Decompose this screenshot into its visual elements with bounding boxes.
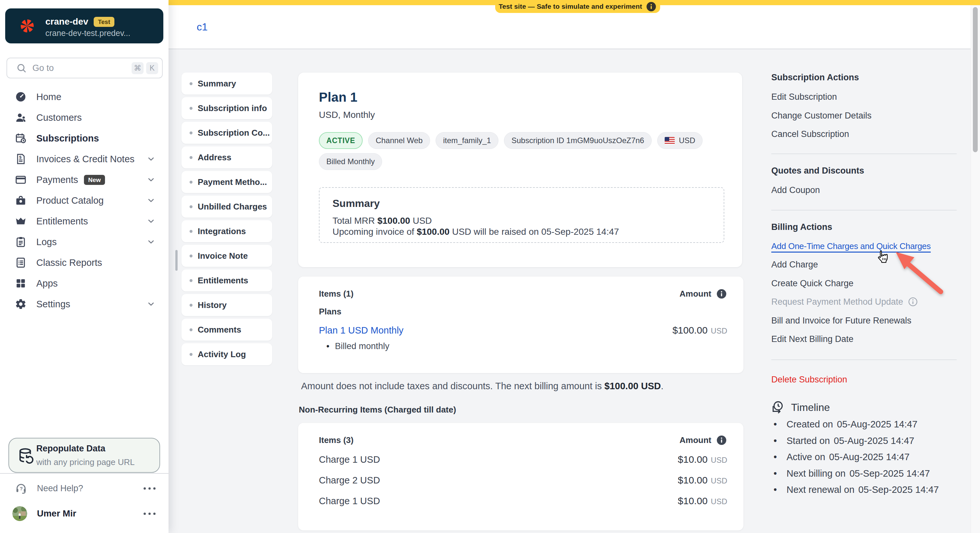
user-menu-button[interactable] bbox=[143, 512, 156, 515]
sidebar-item-home[interactable]: Home bbox=[0, 86, 169, 107]
sidebar-item-product-catalog[interactable]: Product Catalog bbox=[0, 190, 169, 211]
add-coupon-action[interactable]: Add Coupon bbox=[771, 183, 820, 197]
bullet-icon bbox=[189, 254, 192, 257]
create-quick-charge-action[interactable]: Create Quick Charge bbox=[771, 276, 854, 290]
help-menu-button[interactable] bbox=[143, 487, 156, 490]
sidebar-item-apps[interactable]: Apps bbox=[0, 273, 169, 294]
charge-amount: $10.00 bbox=[678, 454, 708, 465]
avatar bbox=[12, 506, 27, 521]
disclaimer-period: . bbox=[661, 381, 663, 391]
info-icon[interactable] bbox=[716, 288, 727, 300]
tab-summary[interactable]: Summary bbox=[181, 73, 272, 95]
charge-name: Charge 2 USD bbox=[319, 475, 380, 486]
goto-search[interactable]: ⌘ K bbox=[6, 58, 163, 78]
workspace-name-row: crane-dev Test bbox=[45, 15, 115, 29]
sidebar-item-invoices[interactable]: $ Invoices & Credit Notes bbox=[0, 149, 169, 169]
bullet-icon bbox=[189, 82, 192, 85]
tab-history[interactable]: History bbox=[181, 294, 272, 316]
timeline-entry: •Active on05-Aug-2025 14:47 bbox=[773, 450, 910, 464]
sidebar-item-classic-reports[interactable]: Classic Reports bbox=[0, 252, 169, 273]
info-icon[interactable] bbox=[646, 1, 657, 12]
tab-activity-log[interactable]: Activity Log bbox=[181, 343, 272, 365]
bullet-icon bbox=[189, 132, 192, 134]
new-badge: New bbox=[84, 175, 105, 185]
tab-payment-method[interactable]: Payment Metho... bbox=[181, 171, 272, 193]
plans-group-label: Plans bbox=[319, 307, 727, 317]
sidebar-item-label: Settings bbox=[36, 299, 70, 309]
upcoming-suffix: USD will be raised on 05-Sep-2025 14:47 bbox=[450, 227, 619, 237]
workspace-domain: crane-dev-test.predev... bbox=[45, 29, 130, 38]
bullet-icon bbox=[189, 279, 192, 282]
tab-entitlements[interactable]: Entitlements bbox=[181, 270, 272, 292]
bullet-icon bbox=[189, 107, 192, 110]
timeline-date: 05-Sep-2025 14:47 bbox=[859, 482, 939, 497]
tab-label: Comments bbox=[198, 325, 241, 335]
search-icon bbox=[16, 63, 27, 73]
breadcrumb[interactable]: c1 bbox=[197, 5, 208, 49]
delete-subscription-action[interactable]: Delete Subscription bbox=[771, 373, 847, 386]
window-scrollbar-thumb[interactable] bbox=[973, 7, 978, 152]
tab-label: Integrations bbox=[198, 226, 246, 236]
item-family-badge: item_family_1 bbox=[436, 132, 498, 149]
bullet-icon bbox=[189, 328, 192, 331]
pointer-cursor-icon bbox=[877, 250, 890, 264]
sidebar-item-payments[interactable]: PaymentsNew bbox=[0, 169, 169, 190]
timeline-label: Next billing on bbox=[786, 466, 845, 481]
actions-divider bbox=[771, 210, 957, 211]
plan-item-currency: USD bbox=[711, 327, 727, 335]
summary-mrr-line: Total MRR $100.00 USD bbox=[332, 215, 711, 226]
sidebar-item-label: Subscriptions bbox=[36, 133, 99, 144]
charge-name: Charge 1 USD bbox=[319, 454, 380, 465]
items-count-title: Items (3) bbox=[319, 435, 353, 445]
billing-note: •Billed monthly bbox=[319, 341, 727, 351]
sidebar-item-customers[interactable]: Customers bbox=[0, 107, 169, 128]
bullet-icon: • bbox=[773, 450, 786, 464]
bill-invoice-future-renewals-action[interactable]: Bill and Invoice for Future Renewals bbox=[771, 314, 911, 327]
edit-subscription-action[interactable]: Edit Subscription bbox=[771, 90, 837, 104]
timeline-date: 05-Aug-2025 14:47 bbox=[829, 450, 909, 464]
tab-invoice-note[interactable]: Invoice Note bbox=[181, 245, 272, 267]
panel-scrollbar-thumb[interactable] bbox=[175, 250, 178, 271]
workspace-switcher[interactable]: crane-dev Test crane-dev-test.predev... bbox=[5, 8, 163, 43]
info-icon[interactable] bbox=[716, 435, 727, 446]
change-customer-details-action[interactable]: Change Customer Details bbox=[771, 109, 872, 122]
sidebar-footer-divider bbox=[0, 473, 169, 474]
sidebar-item-settings[interactable]: Settings bbox=[0, 294, 169, 314]
add-charge-action[interactable]: Add Charge bbox=[771, 258, 818, 271]
tab-label: Summary bbox=[198, 79, 236, 89]
amount-column-header: Amount bbox=[679, 435, 711, 445]
timeline-entry: •Next billing on05-Sep-2025 14:47 bbox=[773, 466, 930, 481]
edit-next-billing-date-action[interactable]: Edit Next Billing Date bbox=[771, 332, 854, 346]
timeline-label: Started on bbox=[786, 434, 830, 448]
goto-search-input[interactable] bbox=[32, 63, 126, 73]
cancel-subscription-action[interactable]: Cancel Subscription bbox=[771, 127, 849, 141]
currency-badge-label: USD bbox=[679, 136, 695, 145]
tab-label: History bbox=[198, 300, 227, 310]
tab-subscription-contacts[interactable]: Subscription Co... bbox=[181, 122, 272, 144]
tab-integrations[interactable]: Integrations bbox=[181, 220, 272, 242]
tab-address[interactable]: Address bbox=[181, 146, 272, 168]
section-nav: Summary Subscription info Subscription C… bbox=[181, 73, 272, 365]
repopulate-data-button[interactable]: Repopulate Data with any pricing page UR… bbox=[8, 438, 160, 473]
annotation-arrow bbox=[888, 246, 948, 298]
tab-unbilled-charges[interactable]: Unbilled Charges bbox=[181, 195, 272, 217]
actions-divider bbox=[771, 359, 957, 360]
chevron-down-icon bbox=[146, 300, 156, 309]
sidebar-item-entitlements[interactable]: Entitlements bbox=[0, 211, 169, 232]
sidebar: crane-dev Test crane-dev-test.predev... … bbox=[0, 0, 169, 533]
timeline-title: Timeline bbox=[791, 401, 830, 414]
subscription-actions-title: Subscription Actions bbox=[771, 71, 859, 84]
sidebar-item-logs[interactable]: Logs bbox=[0, 232, 169, 252]
plan-item-link[interactable]: Plan 1 USD Monthly bbox=[319, 325, 404, 336]
window-scrollbar-track[interactable] bbox=[970, 5, 980, 533]
user-profile-row[interactable]: Umer Mir bbox=[0, 502, 169, 525]
quotes-discounts-title: Quotes and Discounts bbox=[771, 164, 864, 178]
charge-currency: USD bbox=[711, 455, 727, 465]
need-help-row[interactable]: ? Need Help? bbox=[0, 478, 169, 499]
sidebar-item-subscriptions[interactable]: Subscriptions bbox=[0, 128, 169, 149]
tab-comments[interactable]: Comments bbox=[181, 319, 272, 341]
tab-subscription-info[interactable]: Subscription info bbox=[181, 97, 272, 119]
need-help-label: Need Help? bbox=[37, 484, 134, 493]
classic-reports-icon bbox=[15, 257, 27, 268]
actions-divider bbox=[771, 154, 957, 154]
